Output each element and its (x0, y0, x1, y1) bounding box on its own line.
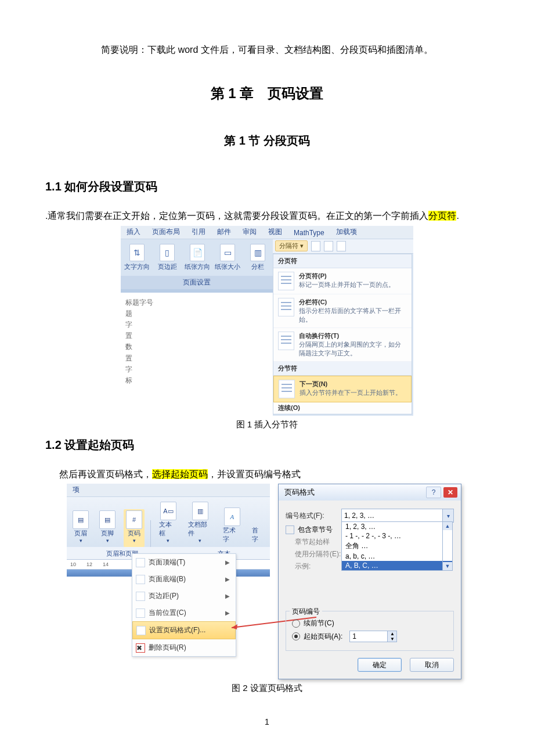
header-button[interactable]: ▤页眉▾ (70, 509, 91, 547)
page-number-format-dialog: 页码格式 ? ✕ 编号格式(F): 1, 2, 3, …▾ 1, 2, 3, …… (278, 484, 461, 679)
dialog-title: 页码格式 (284, 487, 315, 498)
figure-2: 项 ▤页眉▾ ▤页脚▾ #页码▾ A▭文本框▾ ▥文档部件▾ A艺术字 首字 页… (45, 484, 489, 694)
quickparts-button[interactable]: ▥文档部件▾ (186, 501, 215, 547)
tab-addins[interactable]: 加载项 (330, 225, 363, 239)
include-chapter-label: 包含章节号 (298, 525, 333, 535)
tab-review[interactable]: 审阅 (237, 225, 262, 239)
continue-previous-label: 续前节(C) (304, 618, 334, 628)
tab-page-layout[interactable]: 页面布局 (146, 225, 186, 239)
page-number: 1 (45, 717, 489, 726)
number-format-select[interactable]: 1, 2, 3, …▾ (341, 509, 454, 523)
start-at-spinner[interactable]: ▲▼ (349, 631, 397, 642)
highlight-page-break: 分页符 (428, 211, 456, 221)
figure-2-caption: 图 2 设置页码格式 (232, 683, 302, 694)
page-breaks-header: 分页符 (273, 254, 412, 268)
page-number-panel: 项 ▤页眉▾ ▤页脚▾ #页码▾ A▭文本框▾ ▥文档部件▾ A艺术字 首字 页… (67, 484, 270, 669)
menu-current-position[interactable]: 当前位置(C)▶ (132, 604, 236, 621)
menu-bottom-of-page[interactable]: 页面底端(B)▶ (132, 571, 236, 588)
spin-down-icon[interactable]: ▼ (387, 636, 396, 642)
intro-text: 简要说明：下载此 word 文件后，可看目录、文档结构图、分段页码和插图清单。 (45, 44, 489, 56)
document-preview: 标题字号 题 字 置 数 置 字 标 (121, 293, 273, 416)
text-direction-button[interactable]: ⇅文字方向 (123, 243, 151, 272)
tab-mathtype[interactable]: MathType (288, 227, 330, 239)
figure-1: 插入 页面布局 引用 邮件 审阅 视图 MathType 加载项 ⇅文字方向 ▯… (45, 226, 489, 430)
wordart-button[interactable]: A艺术字 (221, 506, 244, 547)
ribbon-left-panel: ⇅文字方向 ▯页边距 📄纸张方向 ▭纸张大小 ▥分栏 页面设置 标题字号 题 字… (121, 239, 273, 416)
section-title: 第 1 节 分段页码 (45, 133, 489, 149)
menu-page-margins[interactable]: 页边距(P)▶ (132, 588, 236, 604)
orientation-button[interactable]: 📄纸张方向 (183, 243, 211, 272)
subsection-1-1-title: 1.1 如何分段设置页码 (45, 179, 489, 195)
page-number-button[interactable]: #页码▾ (124, 509, 145, 547)
column-break-item[interactable]: 分栏符(C)指示分栏符后面的文字将从下一栏开始。 (273, 294, 412, 328)
tab-references[interactable]: 引用 (186, 225, 211, 239)
page-break-icon (278, 272, 294, 290)
tab-insert[interactable]: 插入 (121, 225, 146, 239)
hyphenation-icon[interactable] (324, 241, 333, 251)
footer-button[interactable]: ▤页脚▾ (97, 509, 118, 547)
next-page-break-icon (279, 380, 295, 398)
ok-button[interactable]: 确定 (358, 658, 402, 672)
line-numbers-icon[interactable] (311, 241, 320, 251)
number-format-dropdown[interactable]: 1, 2, 3, … - 1 -, - 2 -, - 3 -, … 全角 … a… (341, 521, 453, 571)
document-page: 简要说明：下载此 word 文件后，可看目录、文档结构图、分段页码和插图清单。 … (0, 0, 534, 750)
page-setup-group-label: 页面设置 (121, 276, 273, 289)
include-chapter-checkbox[interactable] (286, 525, 294, 534)
next-page-section-break-item[interactable]: 下一页(N)插入分节符并在下一页上开始新节。 (273, 376, 412, 402)
column-break-icon (278, 298, 294, 316)
chapter-title: 第 1 章 页码设置 (45, 84, 489, 103)
start-at-label: 起始页码(A): (304, 632, 342, 642)
tab-mailings[interactable]: 邮件 (211, 225, 237, 239)
dropcap-button[interactable]: 首字 (250, 525, 266, 547)
menu-remove-page-numbers[interactable]: ✖删除页码(R) (132, 639, 236, 656)
breaks-dropdown-button[interactable]: 分隔符 ▾ (275, 240, 308, 251)
text-wrap-break-item[interactable]: 自动换行符(T)分隔网页上的对象周围的文字，如分隔题注文字与正文。 (273, 328, 412, 362)
tab-view[interactable]: 视图 (262, 225, 288, 239)
margins-button[interactable]: ▯页边距 (153, 243, 181, 272)
continue-previous-radio[interactable] (292, 620, 300, 628)
page-numbering-frame: 页码编号 续前节(C) 起始页码(A): ▲▼ (286, 611, 454, 651)
continuous-break-item[interactable]: 连续(O) (273, 402, 412, 414)
paragraph-2: 然后再设置页码格式，选择起始页码，并设置页码编号格式 (45, 467, 489, 482)
cancel-button[interactable]: 取消 (410, 658, 454, 672)
menu-format-page-numbers[interactable]: 设置页码格式(F)... (132, 621, 236, 639)
breaks-menu: 分页符 分页符(P)标记一页终止并开始下一页的点。 分栏符(C)指示分栏符后面的… (273, 254, 412, 415)
watermark-icon[interactable] (337, 241, 346, 251)
subsection-1-2-title: 1.2 设置起始页码 (45, 437, 489, 453)
highlight-start-page: 选择起始页码 (152, 469, 208, 479)
menu-top-of-page[interactable]: 页面顶端(T)▶ (132, 554, 236, 571)
section-breaks-header: 分节符 (273, 362, 412, 376)
scroll-down-icon[interactable]: ▼ (443, 562, 452, 570)
scroll-up-icon[interactable]: ▲ (443, 522, 452, 530)
start-at-input[interactable] (350, 632, 387, 640)
number-format-label: 编号格式(F): (286, 511, 341, 521)
start-at-radio[interactable] (292, 632, 300, 640)
size-button[interactable]: ▭纸张大小 (214, 243, 241, 272)
help-button[interactable]: ? (426, 487, 441, 498)
tab-addin-left: 项 (67, 483, 85, 496)
ribbon-tabs: 插入 页面布局 引用 邮件 审阅 视图 MathType 加载项 (121, 226, 413, 239)
page-break-item[interactable]: 分页符(P)标记一页终止并开始下一页的点。 (273, 268, 412, 294)
figure-1-caption: 图 1 插入分节符 (236, 419, 298, 430)
spin-up-icon[interactable]: ▲ (387, 631, 396, 636)
paragraph-1: .通常我们需要在正文开始，定位第一页码，这就需要分段设置页码。在正文的第一个字前… (45, 208, 489, 224)
textbox-button[interactable]: A▭文本框▾ (157, 501, 180, 547)
text-wrap-break-icon (278, 332, 294, 350)
columns-button[interactable]: ▥分栏 (244, 243, 272, 272)
page-number-menu: 页面顶端(T)▶ 页面底端(B)▶ 页边距(P)▶ 当前位置(C)▶ 设置页码格… (132, 553, 236, 657)
close-button[interactable]: ✕ (443, 487, 457, 498)
